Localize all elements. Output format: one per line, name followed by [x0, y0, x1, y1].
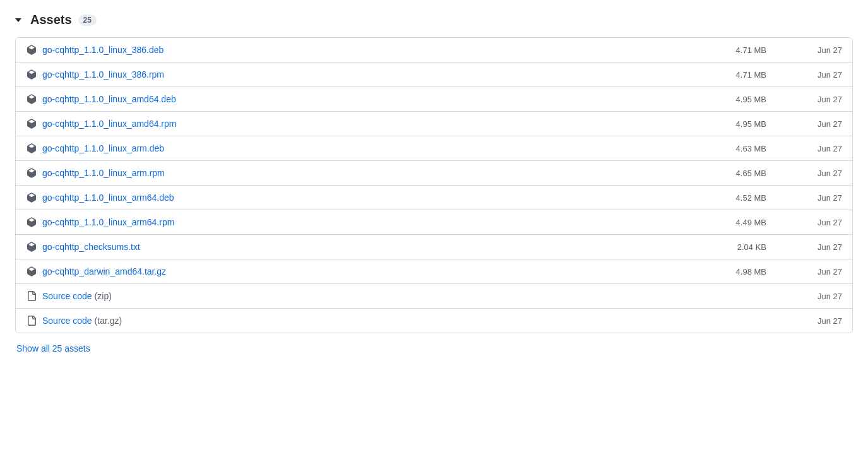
- source-name-text: Source code: [42, 316, 92, 326]
- assets-count-badge: 25: [78, 15, 97, 26]
- collapse-icon: [15, 18, 21, 22]
- asset-name-link[interactable]: go-cqhttp_1.1.0_linux_386.deb: [42, 45, 691, 55]
- asset-name-link[interactable]: go-cqhttp_1.1.0_linux_arm64.deb: [42, 193, 691, 203]
- asset-row: go-cqhttp_1.1.0_linux_arm.rpm4.65 MBJun …: [16, 161, 852, 186]
- asset-date: Jun 27: [804, 45, 842, 55]
- asset-row: go-cqhttp_checksums.txt2.04 KBJun 27: [16, 235, 852, 259]
- assets-title: Assets: [30, 13, 72, 27]
- asset-row: go-cqhttp_1.1.0_linux_arm64.deb4.52 MBJu…: [16, 186, 852, 210]
- asset-size: 4.65 MB: [691, 169, 766, 178]
- asset-name-link[interactable]: go-cqhttp_1.1.0_linux_amd64.deb: [42, 94, 691, 104]
- asset-name-link[interactable]: go-cqhttp_1.1.0_linux_amd64.rpm: [42, 119, 691, 129]
- asset-size: 4.49 MB: [691, 218, 766, 227]
- package-icon: [26, 93, 37, 105]
- package-icon: [26, 217, 37, 228]
- package-icon: [26, 143, 37, 154]
- source-format-text: (zip): [95, 291, 112, 301]
- source-file-icon: [26, 290, 37, 302]
- asset-name-link[interactable]: Source code(zip): [42, 291, 691, 301]
- asset-size: 4.95 MB: [691, 119, 766, 129]
- asset-name-link[interactable]: Source code(tar.gz): [42, 316, 691, 326]
- asset-date: Jun 27: [804, 292, 842, 301]
- asset-name-link[interactable]: go-cqhttp_1.1.0_linux_arm.deb: [42, 143, 691, 153]
- show-all-assets-link[interactable]: Show all 25 assets: [15, 341, 853, 356]
- asset-size: 4.71 MB: [691, 70, 766, 80]
- asset-date: Jun 27: [804, 316, 842, 326]
- asset-name-link[interactable]: go-cqhttp_checksums.txt: [42, 242, 691, 252]
- package-icon: [26, 44, 37, 56]
- source-format-text: (tar.gz): [95, 316, 122, 326]
- package-icon: [26, 241, 37, 252]
- asset-row: go-cqhttp_1.1.0_linux_amd64.rpm4.95 MBJu…: [16, 112, 852, 136]
- assets-section: Assets 25 go-cqhttp_1.1.0_linux_386.deb4…: [15, 13, 853, 356]
- asset-date: Jun 27: [804, 267, 842, 276]
- asset-name-link[interactable]: go-cqhttp_1.1.0_linux_386.rpm: [42, 69, 691, 80]
- asset-row: Source code(zip)Jun 27: [16, 284, 852, 309]
- asset-row: go-cqhttp_1.1.0_linux_arm64.rpm4.49 MBJu…: [16, 210, 852, 235]
- asset-name-link[interactable]: go-cqhttp_1.1.0_linux_arm.rpm: [42, 168, 691, 178]
- asset-date: Jun 27: [804, 119, 842, 129]
- asset-name-link[interactable]: go-cqhttp_1.1.0_linux_arm64.rpm: [42, 217, 691, 227]
- asset-size: 4.71 MB: [691, 45, 766, 55]
- asset-size: 4.98 MB: [691, 267, 766, 276]
- package-icon: [26, 69, 37, 80]
- package-icon: [26, 167, 37, 179]
- source-name-text: Source code: [42, 291, 92, 301]
- asset-date: Jun 27: [804, 218, 842, 227]
- package-icon: [26, 266, 37, 277]
- asset-row: go-cqhttp_1.1.0_linux_386.rpm4.71 MBJun …: [16, 62, 852, 87]
- asset-size: 4.63 MB: [691, 144, 766, 153]
- asset-row: go-cqhttp_darwin_amd64.tar.gz4.98 MBJun …: [16, 259, 852, 284]
- assets-list: go-cqhttp_1.1.0_linux_386.deb4.71 MBJun …: [15, 37, 853, 333]
- package-icon: [26, 118, 37, 129]
- asset-date: Jun 27: [804, 70, 842, 80]
- asset-name-link[interactable]: go-cqhttp_darwin_amd64.tar.gz: [42, 266, 691, 276]
- asset-size: 4.95 MB: [691, 95, 766, 104]
- assets-header[interactable]: Assets 25: [15, 13, 853, 27]
- asset-row: go-cqhttp_1.1.0_linux_arm.deb4.63 MBJun …: [16, 136, 852, 161]
- asset-date: Jun 27: [804, 95, 842, 104]
- package-icon: [26, 192, 37, 203]
- asset-date: Jun 27: [804, 193, 842, 203]
- asset-date: Jun 27: [804, 242, 842, 252]
- asset-date: Jun 27: [804, 169, 842, 178]
- asset-row: Source code(tar.gz)Jun 27: [16, 309, 852, 333]
- asset-row: go-cqhttp_1.1.0_linux_386.deb4.71 MBJun …: [16, 38, 852, 62]
- asset-row: go-cqhttp_1.1.0_linux_amd64.deb4.95 MBJu…: [16, 87, 852, 112]
- asset-size: 4.52 MB: [691, 193, 766, 203]
- source-file-icon: [26, 315, 37, 326]
- asset-size: 2.04 KB: [691, 242, 766, 252]
- asset-date: Jun 27: [804, 144, 842, 153]
